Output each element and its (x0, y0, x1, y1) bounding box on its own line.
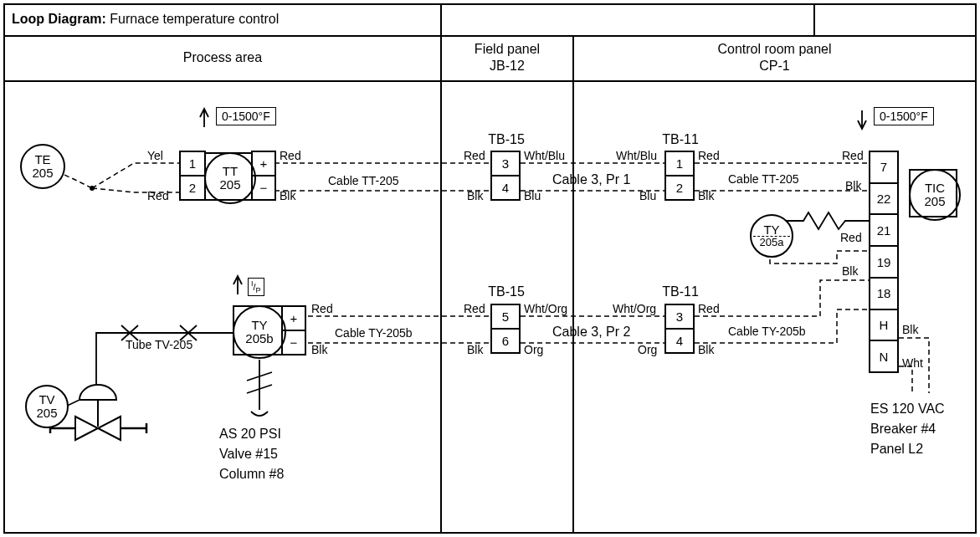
tic-box (909, 169, 957, 217)
ty205b-box (233, 305, 283, 355)
area-field-l2: JB-12 (440, 59, 574, 74)
area-field-l1: Field panel (440, 42, 574, 57)
area-control-l2: CP-1 (572, 59, 977, 74)
c-blk-4: Blk (845, 179, 861, 192)
c-blk-7: Blk (467, 343, 483, 356)
tb11-bot: 3 4 (664, 304, 695, 354)
cable-tt205-1: Cable TT-205 (328, 174, 399, 187)
instr-tv-205: TV 205 (25, 385, 69, 428)
tt-right-terms: + − (251, 151, 276, 201)
tube-label: Tube TV-205 (126, 338, 192, 351)
title-right-cell (813, 3, 977, 37)
range-process: 0-1500°F (216, 107, 276, 125)
c-blk-9: Blk (902, 323, 918, 336)
c-red-4: Red (698, 149, 720, 162)
instr-te-205: TE 205 (20, 144, 65, 189)
c-blk-5: Blk (842, 264, 858, 278)
c-red-7: Red (311, 302, 333, 315)
ip-label: I/P (248, 278, 264, 296)
c-red-2: Red (280, 149, 301, 162)
c-yel: Yel (147, 149, 163, 162)
cable-ty205b-1: Cable TY-205b (335, 326, 413, 340)
area-process: Process area (3, 50, 442, 65)
body-process (3, 80, 442, 534)
lbl-tb11-bot: TB-11 (651, 284, 710, 299)
ty-right-terms: + − (281, 305, 306, 355)
c-whtorg-1: Wht/Org (524, 302, 567, 315)
c-red-8: Red (464, 302, 485, 315)
title-label: Loop Diagram: (12, 12, 106, 26)
as-l3: Column #8 (219, 467, 284, 482)
c-org-2: Org (638, 343, 657, 356)
area-control-l1: Control room panel (572, 42, 977, 57)
range-control: 0-1500°F (874, 107, 934, 125)
c-blu-2: Blu (639, 189, 656, 202)
pwr-l2: Breaker #4 (870, 422, 936, 437)
cable-tt205-2: Cable TT-205 (728, 172, 799, 186)
cable-ty205b-2: Cable TY-205b (728, 325, 806, 338)
title: Loop Diagram: Furnace temperature contro… (12, 12, 279, 27)
c-red-6: Red (840, 231, 862, 244)
lbl-tb11-top: TB-11 (651, 132, 710, 147)
lbl-tb15-top: TB-15 (477, 132, 536, 147)
c-blk-3: Blk (698, 189, 714, 202)
tb15-top: 3 4 (490, 151, 521, 201)
cable-c3p2: Cable 3, Pr 2 (552, 325, 630, 340)
c-blk-2: Blk (467, 189, 483, 202)
c-red-1: Red (147, 189, 169, 202)
c-blk-8: Blk (698, 343, 714, 356)
instr-ty-205a: TY 205a (750, 214, 793, 258)
tt-box (204, 152, 253, 201)
pwr-l3: Panel L2 (870, 442, 923, 457)
c-red-9: Red (698, 302, 720, 315)
cable-c3p1: Cable 3, Pr 1 (552, 172, 630, 187)
title-value: Furnace temperature control (110, 12, 279, 26)
c-blu-1: Blu (524, 189, 541, 202)
title-mid-cell (440, 3, 815, 37)
c-org-1: Org (524, 343, 543, 356)
tb15-bot: 5 6 (490, 304, 521, 354)
as-l2: Valve #15 (219, 447, 278, 462)
pwr-l1: ES 120 VAC (870, 401, 945, 417)
lbl-tb15-bot: TB-15 (477, 284, 536, 299)
c-blk-1: Blk (280, 189, 295, 202)
loop-diagram: Loop Diagram: Furnace temperature contro… (0, 0, 980, 537)
tb11-top: 1 2 (664, 151, 695, 201)
c-whtblu-1: Wht/Blu (524, 149, 565, 162)
tt-left-terms: 1 2 (179, 151, 206, 201)
c-red-3: Red (464, 149, 485, 162)
as-l1: AS 20 PSI (219, 427, 281, 442)
c-whtblu-2: Wht/Blu (616, 149, 657, 162)
tic-terminal-stack: 7 22 21 19 18 H N (869, 151, 899, 373)
c-wht: Wht (902, 356, 923, 370)
c-red-5: Red (842, 149, 864, 162)
c-blk-6: Blk (311, 343, 327, 356)
c-whtorg-2: Wht/Org (613, 302, 656, 315)
